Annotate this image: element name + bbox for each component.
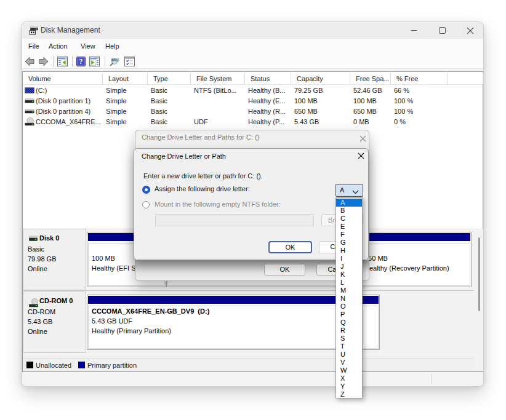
inner-dialog-ok-button[interactable]: OK [268, 241, 312, 253]
dropdown-option[interactable]: B [336, 207, 362, 215]
dropdown-option[interactable]: U [336, 351, 362, 359]
dropdown-option[interactable]: H [336, 247, 362, 255]
menu-view[interactable]: View [81, 42, 95, 51]
dropdown-option[interactable]: V [336, 359, 362, 367]
volume-row-3-free[interactable]: 0 MB [353, 117, 369, 127]
volume-row-1-status[interactable]: Healthy (E... [248, 96, 286, 106]
column-separator[interactable] [483, 73, 483, 84]
column-separator[interactable] [102, 73, 103, 84]
dropdown-option[interactable]: C [336, 215, 362, 223]
column-header-file-system[interactable]: File System [196, 74, 231, 84]
toolbar-properties-button[interactable] [124, 57, 135, 68]
volume-row-0-free[interactable]: 52.46 GB [353, 85, 382, 96]
dropdown-option[interactable]: A [336, 199, 362, 207]
dropdown-option[interactable]: G [336, 239, 362, 247]
dropdown-option[interactable]: L [336, 279, 362, 287]
maximize-button[interactable] [428, 22, 456, 39]
menu-help[interactable]: Help [105, 42, 119, 51]
dropdown-option[interactable]: N [336, 295, 362, 303]
outer-dialog-close-button[interactable] [355, 132, 371, 146]
volume-row-2-type[interactable]: Basic [151, 106, 167, 117]
volume-row-0-status[interactable]: Healthy (B... [248, 85, 286, 96]
inner-dialog-close-button[interactable] [353, 149, 368, 163]
dropdown-option[interactable]: K [336, 271, 362, 279]
column-separator[interactable] [244, 73, 245, 84]
volume-row-2-status[interactable]: Healthy (R... [248, 106, 286, 117]
dropdown-option[interactable]: R [336, 327, 362, 335]
volume-row-0-type[interactable]: Basic [151, 85, 167, 96]
volume-row-2-layout[interactable]: Simple [106, 106, 127, 117]
dropdown-option[interactable]: X [336, 374, 362, 382]
mount-folder-label[interactable]: Mount in the following empty NTFS folder… [155, 200, 281, 208]
column-separator[interactable] [291, 73, 291, 84]
outer-dialog-ok-button[interactable]: OK [264, 264, 305, 275]
volume-row-1-pct[interactable]: 100 % [394, 96, 413, 106]
column-separator[interactable] [447, 73, 448, 84]
volume-row-2-free[interactable]: 650 MB [353, 106, 377, 117]
toolbar-separator [53, 56, 54, 67]
dropdown-option[interactable]: J [336, 263, 362, 271]
column-header-free-space[interactable]: Free Spa... [356, 74, 389, 84]
column-header-status[interactable]: Status [251, 74, 270, 84]
volume-row-1-volume[interactable]: (Disk 0 partition 1) [36, 96, 90, 106]
volume-row-0-layout[interactable]: Simple [106, 85, 127, 96]
dialog-prompt-text: Enter a new drive letter or path for C: … [143, 172, 263, 180]
dropdown-option[interactable]: T [336, 343, 362, 351]
dropdown-option[interactable]: F [336, 231, 362, 239]
close-button[interactable] [456, 22, 484, 39]
menu-file[interactable]: File [28, 42, 39, 51]
volume-row-3-pct[interactable]: 0 % [394, 117, 406, 127]
volume-row-2-pct[interactable]: 100 % [394, 106, 413, 117]
assign-drive-letter-label[interactable]: Assign the following drive letter: [155, 185, 250, 192]
mount-path-input[interactable] [155, 214, 314, 226]
volume-row-1-layout[interactable]: Simple [106, 96, 127, 106]
dropdown-option[interactable]: E [336, 223, 362, 231]
column-header-type[interactable]: Type [153, 74, 168, 84]
column-separator[interactable] [147, 73, 148, 84]
graphical-pane-scrollbar-thumb[interactable] [478, 237, 480, 311]
toolbar-show-console-tree-button[interactable] [57, 57, 68, 68]
volume-row-3-type[interactable]: Basic [151, 117, 167, 127]
volume-row-0-fs[interactable]: NTFS (BitLo... [194, 85, 237, 96]
volume-row-1-capacity[interactable]: 100 MB [294, 96, 318, 106]
dropdown-option[interactable]: Y [336, 382, 362, 390]
volume-row-3-fs[interactable]: UDF [194, 117, 208, 127]
column-separator[interactable] [350, 73, 350, 84]
toolbar-help-button[interactable]: ? [76, 57, 86, 68]
volume-row-3-capacity[interactable]: 5.43 GB [294, 117, 319, 127]
volume-row-0-volume[interactable]: (C:) [36, 85, 47, 96]
volume-row-3-status[interactable]: Healthy (P... [248, 117, 284, 127]
minimize-button[interactable] [400, 22, 428, 39]
volume-row-1-free[interactable]: 100 MB [353, 96, 377, 106]
dropdown-option[interactable]: W [336, 367, 362, 374]
dropdown-option[interactable]: M [336, 287, 362, 295]
volume-row-0-pct[interactable]: 66 % [394, 85, 409, 96]
toolbar-back-button[interactable] [25, 57, 34, 68]
column-separator[interactable] [390, 73, 391, 84]
volume-row-3-volume[interactable]: CCCOMA_X64FRE... [36, 117, 101, 127]
volume-row-3-layout[interactable]: Simple [106, 117, 127, 127]
menu-action[interactable]: Action [49, 42, 68, 51]
partition-box[interactable]: 650 MBHealthy (Recovery Partition) [359, 232, 472, 287]
volume-row-2-capacity[interactable]: 650 MB [294, 106, 318, 117]
toolbar-rescan-disks-button[interactable] [110, 56, 120, 68]
dropdown-option[interactable]: Q [336, 319, 362, 327]
partition-status: Healthy (Recovery Partition) [364, 264, 449, 272]
toolbar-show-action-pane-button[interactable] [89, 57, 100, 68]
dropdown-option[interactable]: I [336, 255, 362, 263]
column-header-layout[interactable]: Layout [108, 74, 129, 84]
column-header-capacity[interactable]: Capacity [297, 74, 323, 84]
volume-row-0-capacity[interactable]: 79.25 GB [294, 85, 323, 96]
dropdown-option[interactable]: O [336, 303, 362, 311]
hard-disk-icon [29, 236, 38, 243]
column-separator[interactable] [190, 73, 191, 84]
column-header-volume[interactable]: Volume [28, 74, 51, 84]
mount-folder-radio[interactable] [142, 201, 150, 208]
column-header-pct-free[interactable]: % Free [396, 74, 418, 84]
volume-row-1-type[interactable]: Basic [151, 96, 167, 106]
toolbar-forward-button[interactable] [39, 57, 49, 68]
dropdown-option[interactable]: P [336, 311, 362, 319]
dropdown-option[interactable]: Z [336, 390, 362, 398]
dropdown-option[interactable]: S [336, 335, 362, 343]
volume-row-2-volume[interactable]: (Disk 0 partition 4) [36, 106, 90, 117]
